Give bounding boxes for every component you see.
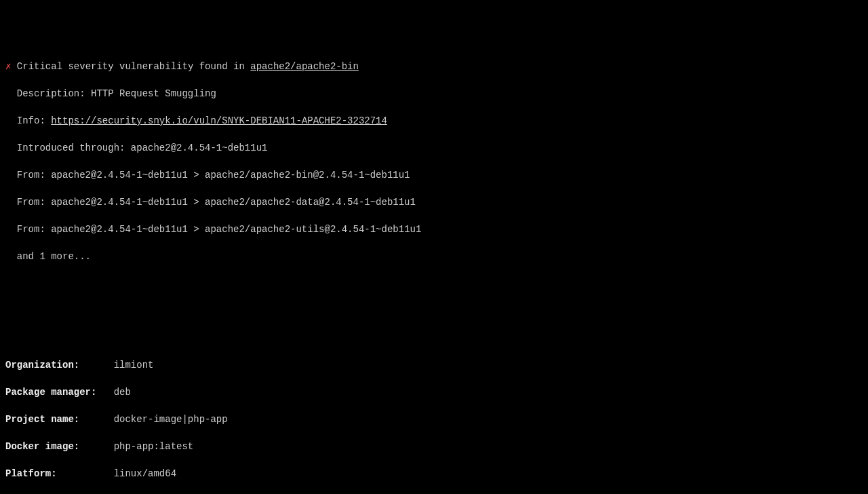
vuln-info-link[interactable]: https://security.snyk.io/vuln/SNYK-DEBIA… xyxy=(51,115,387,126)
vuln-header-line: ✗ Critical severity vulnerability found … xyxy=(5,60,863,73)
summary-docker-image: Docker image: php-app:latest xyxy=(5,440,863,453)
vuln-from-2: From: apache2@2.4.54-1~deb11u1 > apache2… xyxy=(5,195,863,209)
summary-organization: Organization: ilmiont xyxy=(5,358,863,372)
vuln-introduced: Introduced through: apache2@2.4.54-1~deb… xyxy=(5,141,863,155)
vuln-package-link[interactable]: apache2/apache2-bin xyxy=(250,61,359,72)
vuln-from-3: From: apache2@2.4.54-1~deb11u1 > apache2… xyxy=(5,223,863,236)
vuln-more: and 1 more... xyxy=(5,250,863,263)
severity-text: Critical severity vulnerability found in xyxy=(11,61,250,72)
vuln-description: Description: HTTP Request Smuggling xyxy=(5,87,863,100)
summary-platform: Platform: linux/amd64 xyxy=(5,467,863,480)
vuln-info: Info: https://security.snyk.io/vuln/SNYK… xyxy=(5,114,863,128)
summary-package-manager: Package manager: deb xyxy=(5,385,863,399)
vuln-from-1: From: apache2@2.4.54-1~deb11u1 > apache2… xyxy=(5,168,863,182)
summary-project-name: Project name: docker-image|php-app xyxy=(5,413,863,426)
